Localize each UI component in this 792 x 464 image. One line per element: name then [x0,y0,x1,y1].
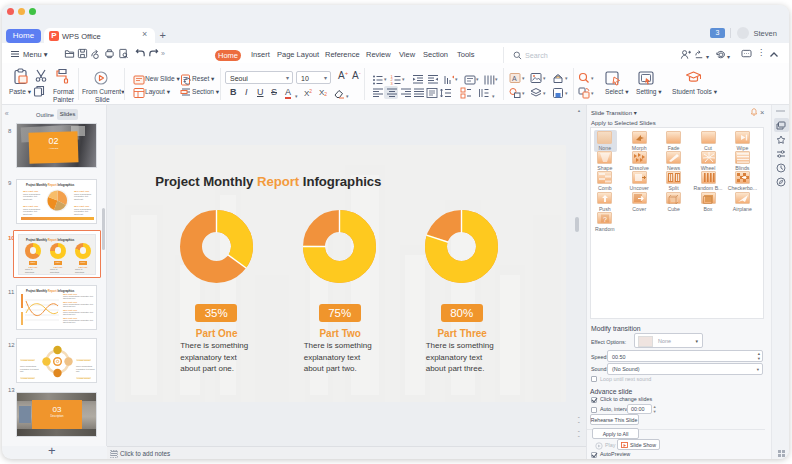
svg-text:?: ? [603,215,607,222]
svg-text:A: A [512,75,517,82]
